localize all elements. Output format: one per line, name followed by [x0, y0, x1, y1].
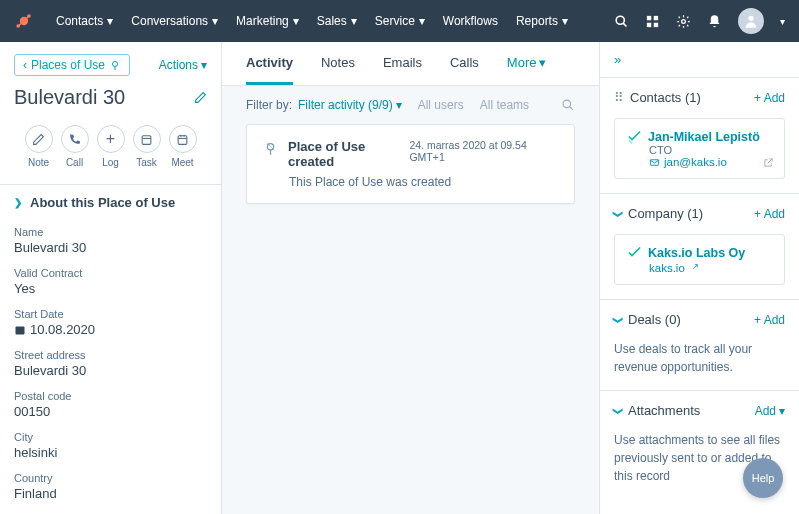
add-contact-button[interactable]: + Add	[754, 91, 785, 105]
chevron-down-icon: ▾	[107, 14, 113, 28]
deals-panel-title[interactable]: Deals (0)	[628, 312, 681, 327]
svg-line-6	[623, 23, 626, 26]
about-section-toggle[interactable]: ❯ About this Place of Use	[0, 184, 221, 220]
field-start-date[interactable]: Start Date10.08.2020	[0, 302, 221, 343]
svg-rect-9	[647, 22, 651, 26]
chevron-down-icon: ▾	[419, 14, 425, 28]
field-valid-contract[interactable]: Valid ContractYes	[0, 261, 221, 302]
filter-activity-dropdown[interactable]: Filter activity (9/9)▾	[298, 98, 402, 112]
filter-by-label: Filter by:	[246, 98, 292, 112]
primary-nav: Contacts▾ Conversations▾ Marketing▾ Sale…	[48, 10, 576, 32]
svg-point-22	[563, 100, 571, 108]
chevron-down-icon[interactable]: ▾	[780, 16, 785, 27]
tab-emails[interactable]: Emails	[383, 42, 422, 85]
back-button[interactable]: ‹ Places of Use	[14, 54, 130, 76]
field-name[interactable]: NameBulevardi 30	[0, 220, 221, 261]
envelope-icon	[649, 157, 660, 168]
associations-sidebar: » ⠿Contacts (1) + Add Jan-Mikael Lepistö…	[599, 42, 799, 514]
svg-rect-17	[178, 135, 187, 144]
chevron-down-icon: ▾	[212, 14, 218, 28]
svg-rect-8	[654, 15, 658, 19]
expand-sidebar-button[interactable]: »	[600, 42, 799, 78]
filter-all-teams[interactable]: All teams	[480, 98, 529, 112]
company-name-link[interactable]: Kaks.io Labs Oy	[627, 245, 772, 260]
record-title: Bulevardi 30	[0, 84, 221, 119]
chevron-down-icon: ▾	[779, 404, 785, 418]
field-postal-code[interactable]: Postal code00150	[0, 384, 221, 425]
checkmark-icon	[627, 129, 642, 144]
note-button[interactable]: Note	[25, 125, 53, 168]
search-icon[interactable]	[561, 98, 575, 112]
svg-point-13	[113, 62, 118, 67]
tab-more[interactable]: More▾	[507, 42, 547, 85]
nav-reports[interactable]: Reports▾	[508, 10, 576, 32]
add-company-button[interactable]: + Add	[754, 207, 785, 221]
contact-email-link[interactable]: jan@kaks.io	[649, 156, 772, 168]
drag-handle-icon[interactable]: ⠿	[614, 90, 624, 105]
tab-notes[interactable]: Notes	[321, 42, 355, 85]
activity-pane: Activity Notes Emails Calls More▾ Filter…	[222, 42, 599, 514]
checkmark-icon	[627, 245, 642, 260]
chevron-down-icon[interactable]: ❯	[613, 316, 624, 324]
nav-conversations[interactable]: Conversations▾	[123, 10, 226, 32]
pin-icon	[263, 141, 278, 156]
company-card[interactable]: Kaks.io Labs Oy kaks.io	[614, 234, 785, 285]
nav-service[interactable]: Service▾	[367, 10, 433, 32]
contact-name-link[interactable]: Jan-Mikael Lepistö	[627, 129, 772, 144]
svg-rect-10	[654, 22, 658, 26]
field-street-address[interactable]: Street addressBulevardi 30	[0, 343, 221, 384]
call-button[interactable]: Call	[61, 125, 89, 168]
svg-rect-7	[647, 15, 651, 19]
activity-timestamp: 24. marras 2020 at 09.54 GMT+1	[409, 139, 558, 163]
nav-contacts[interactable]: Contacts▾	[48, 10, 121, 32]
chevron-down-icon: ▾	[351, 14, 357, 28]
tab-calls[interactable]: Calls	[450, 42, 479, 85]
contact-card[interactable]: Jan-Mikael Lepistö CTO jan@kaks.io	[614, 118, 785, 179]
contacts-panel: ⠿Contacts (1) + Add Jan-Mikael Lepistö C…	[600, 78, 799, 194]
meet-button[interactable]: Meet	[169, 125, 197, 168]
chevron-left-icon: ‹	[23, 58, 27, 72]
bell-icon[interactable]	[707, 14, 722, 29]
company-domain-link[interactable]: kaks.io	[649, 262, 772, 274]
filter-all-users[interactable]: All users	[418, 98, 464, 112]
help-button[interactable]: Help	[743, 458, 783, 498]
tab-activity[interactable]: Activity	[246, 42, 293, 85]
hubspot-logo-icon[interactable]	[14, 11, 34, 31]
svg-point-5	[616, 16, 624, 24]
activity-item[interactable]: Place of Use created 24. marras 2020 at …	[246, 124, 575, 204]
task-button[interactable]: Task	[133, 125, 161, 168]
marketplace-icon[interactable]	[645, 14, 660, 29]
svg-point-12	[748, 16, 753, 21]
contacts-panel-title[interactable]: Contacts (1)	[630, 90, 701, 105]
external-link-icon[interactable]	[763, 157, 774, 168]
company-panel: ❯Company (1) + Add Kaks.io Labs Oy kaks.…	[600, 194, 799, 300]
search-icon[interactable]	[614, 14, 629, 29]
pin-icon	[109, 59, 121, 71]
nav-sales[interactable]: Sales▾	[309, 10, 365, 32]
pencil-icon[interactable]	[194, 91, 207, 104]
field-city[interactable]: Cityhelsinki	[0, 425, 221, 466]
chevron-down-icon[interactable]: ❯	[613, 407, 624, 415]
nav-marketing[interactable]: Marketing▾	[228, 10, 307, 32]
chevron-double-right-icon: »	[614, 52, 621, 67]
svg-line-23	[570, 107, 573, 110]
record-sidebar: ‹ Places of Use Actions▾ Bulevardi 30 No…	[0, 42, 222, 514]
company-panel-title[interactable]: Company (1)	[628, 206, 703, 221]
log-button[interactable]: +Log	[97, 125, 125, 168]
actions-dropdown[interactable]: Actions▾	[159, 58, 207, 72]
nav-utilities: ▾	[614, 8, 785, 34]
add-deal-button[interactable]: + Add	[754, 313, 785, 327]
field-country[interactable]: CountryFinland	[0, 466, 221, 507]
attachments-panel-title[interactable]: Attachments	[628, 403, 700, 418]
nav-workflows[interactable]: Workflows	[435, 10, 506, 32]
chevron-down-icon: ▾	[539, 55, 546, 70]
activity-title: Place of Use created	[288, 139, 409, 169]
chevron-down-icon: ▾	[201, 58, 207, 72]
contact-role: CTO	[649, 144, 772, 156]
chevron-down-icon: ▾	[562, 14, 568, 28]
chevron-down-icon[interactable]: ❯	[613, 210, 624, 218]
add-attachment-dropdown[interactable]: Add ▾	[755, 404, 785, 418]
user-avatar[interactable]	[738, 8, 764, 34]
gear-icon[interactable]	[676, 14, 691, 29]
deals-empty-text: Use deals to track all your revenue oppo…	[600, 340, 799, 390]
